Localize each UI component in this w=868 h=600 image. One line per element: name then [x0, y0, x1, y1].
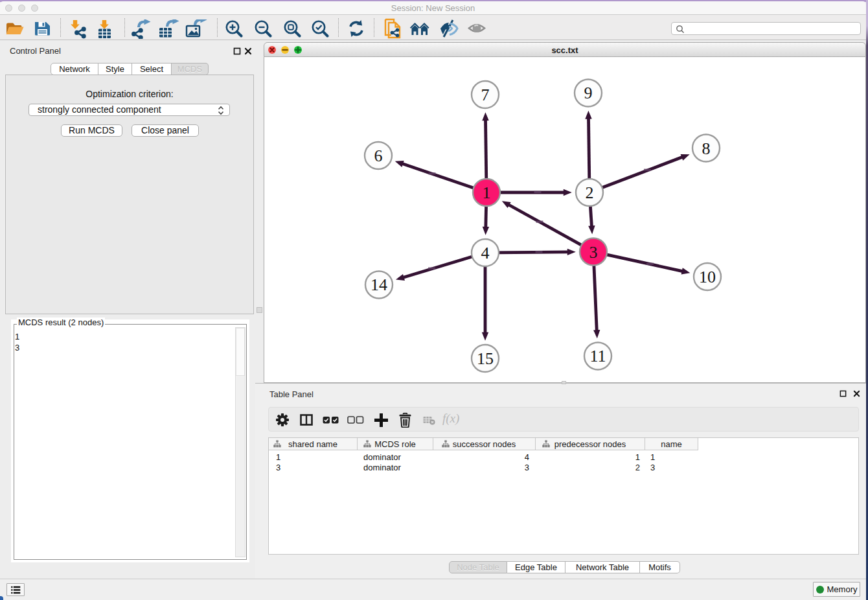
svg-text:7: 7: [481, 86, 490, 104]
svg-text:14: 14: [371, 275, 387, 294]
svg-text:4: 4: [481, 244, 490, 262]
svg-text:10: 10: [699, 268, 716, 286]
svg-text:8: 8: [702, 139, 711, 158]
svg-text:3: 3: [589, 243, 598, 262]
svg-text:1: 1: [483, 183, 491, 202]
svg-text:11: 11: [589, 347, 606, 365]
svg-text:9: 9: [584, 84, 593, 102]
svg-text:15: 15: [477, 349, 494, 368]
svg-text:2: 2: [586, 183, 594, 202]
svg-text:6: 6: [374, 146, 383, 165]
